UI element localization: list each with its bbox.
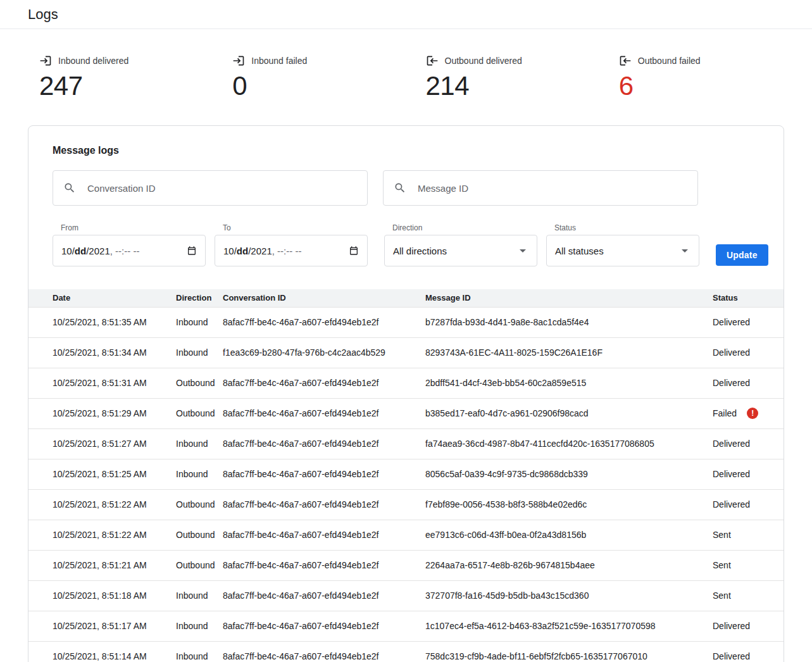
cell-status: Delivered ! — [713, 337, 784, 368]
cell-conversation-id: 8afac7ff-be4c-46a7-a607-efd494eb1e2f — [223, 580, 425, 611]
cell-conversation-id: 8afac7ff-be4c-46a7-a607-efd494eb1e2f — [223, 368, 425, 398]
cell-date: 10/25/2021, 8:51:34 AM — [28, 337, 176, 368]
cell-conversation-id: 8afac7ff-be4c-46a7-a607-efd494eb1e2f — [223, 398, 425, 428]
stats-row: Inbound delivered 247 Inbound failed 0 O… — [0, 29, 812, 101]
calendar-icon[interactable] — [187, 246, 197, 256]
outbound-arrow-icon — [619, 54, 632, 67]
conversation-id-input[interactable] — [86, 182, 357, 194]
cell-direction: Outbound — [176, 520, 223, 550]
cell-message-id: 8293743A-61EC-4A11-8025-159C26A1E16F — [425, 337, 713, 368]
column-header-date: Date — [28, 289, 176, 307]
status-text: Delivered — [713, 317, 750, 327]
to-date-input[interactable]: 10/dd/2021, --:-- -- — [215, 235, 368, 266]
cell-status: Failed ! — [713, 398, 784, 428]
status-text: Delivered — [713, 499, 750, 509]
search-icon — [63, 182, 76, 194]
status-select[interactable]: All statuses — [546, 235, 699, 266]
cell-status: Delivered ! — [713, 428, 784, 459]
cell-message-id: f7ebf89e-0056-4538-b8f3-588b4e02ed6c — [425, 489, 713, 520]
cell-direction: Inbound — [176, 580, 223, 611]
table-row[interactable]: 10/25/2021, 8:51:27 AM Inbound 8afac7ff-… — [28, 428, 784, 459]
direction-filter-group: Direction All directions — [384, 223, 537, 266]
status-filter-group: Status All statuses — [546, 223, 699, 266]
table-row[interactable]: 10/25/2021, 8:51:17 AM Inbound 8afac7ff-… — [28, 611, 784, 641]
cell-date: 10/25/2021, 8:51:22 AM — [28, 520, 176, 550]
cell-message-id: 8056c5af-0a39-4c9f-9735-dc9868dcb339 — [425, 459, 713, 489]
cell-date: 10/25/2021, 8:51:35 AM — [28, 307, 176, 337]
status-text: Delivered — [713, 651, 750, 661]
table-row[interactable]: 10/25/2021, 8:51:18 AM Inbound 8afac7ff-… — [28, 580, 784, 611]
cell-conversation-id: f1ea3c69-b280-47fa-976b-c4c2aac4b529 — [223, 337, 425, 368]
cell-status: Delivered ! — [713, 307, 784, 337]
status-text: Failed — [713, 408, 737, 418]
cell-direction: Outbound — [176, 368, 223, 398]
filter-row: From 10/dd/2021, --:-- -- To 10/dd/2021,… — [28, 206, 784, 266]
cell-conversation-id: 8afac7ff-be4c-46a7-a607-efd494eb1e2f — [223, 459, 425, 489]
cell-message-id: ee7913c6-c06d-43ff-b0ea-0f2a43d8156b — [425, 520, 713, 550]
direction-label: Direction — [392, 223, 537, 232]
date-time[interactable]: , --:-- -- — [272, 246, 302, 256]
cell-status: Sent ! — [713, 520, 784, 550]
table-row[interactable]: 10/25/2021, 8:51:35 AM Inbound 8afac7ff-… — [28, 307, 784, 337]
cell-date: 10/25/2021, 8:51:27 AM — [28, 428, 176, 459]
cell-message-id: b7287fda-b93d-4d41-9a8e-8ac1cda5f4e4 — [425, 307, 713, 337]
cell-message-id: 1c107ec4-ef5a-4612-b463-83a2f521c59e-163… — [425, 611, 713, 641]
stat-label: Inbound delivered — [58, 56, 128, 66]
cell-direction: Outbound — [176, 550, 223, 580]
update-button[interactable]: Update — [716, 244, 768, 266]
direction-select[interactable]: All directions — [384, 235, 537, 266]
cell-date: 10/25/2021, 8:51:31 AM — [28, 368, 176, 398]
cell-message-id: 2bdff541-d4cf-43eb-bb54-60c2a859e515 — [425, 368, 713, 398]
stat-label: Outbound failed — [638, 56, 701, 66]
cell-status: Delivered ! — [713, 641, 784, 662]
date-year[interactable]: /2021 — [248, 246, 272, 256]
cell-conversation-id: 8afac7ff-be4c-46a7-a607-efd494eb1e2f — [223, 520, 425, 550]
card-title: Message logs — [28, 126, 784, 156]
cell-status: Delivered ! — [713, 611, 784, 641]
stat-inbound-failed: Inbound failed 0 — [232, 54, 425, 101]
column-header-conversation-id: Conversation ID — [223, 289, 425, 307]
table-row[interactable]: 10/25/2021, 8:51:34 AM Inbound f1ea3c69-… — [28, 337, 784, 368]
status-label: Status — [554, 223, 699, 232]
cell-conversation-id: 8afac7ff-be4c-46a7-a607-efd494eb1e2f — [223, 611, 425, 641]
cell-direction: Inbound — [176, 641, 223, 662]
cell-date: 10/25/2021, 8:51:17 AM — [28, 611, 176, 641]
cell-direction: Inbound — [176, 337, 223, 368]
stat-value: 247 — [39, 71, 232, 101]
cell-status: Delivered ! — [713, 368, 784, 398]
table-row[interactable]: 10/25/2021, 8:51:22 AM Outbound 8afac7ff… — [28, 489, 784, 520]
cell-date: 10/25/2021, 8:51:21 AM — [28, 550, 176, 580]
date-time[interactable]: , --:-- -- — [110, 246, 140, 256]
date-day[interactable]: dd — [75, 246, 86, 256]
table-row[interactable]: 10/25/2021, 8:51:29 AM Outbound 8afac7ff… — [28, 398, 784, 428]
cell-message-id: fa74aea9-36cd-4987-8b47-411cecfd420c-163… — [425, 428, 713, 459]
table-row[interactable]: 10/25/2021, 8:51:21 AM Outbound 8afac7ff… — [28, 550, 784, 580]
date-month[interactable]: 10/ — [223, 246, 237, 256]
cell-status: Sent ! — [713, 550, 784, 580]
to-date-group: To 10/dd/2021, --:-- -- — [215, 223, 368, 266]
to-label: To — [223, 223, 368, 232]
from-date-input[interactable]: 10/dd/2021, --:-- -- — [53, 235, 206, 266]
date-year[interactable]: /2021 — [86, 246, 110, 256]
table-row[interactable]: 10/25/2021, 8:51:25 AM Inbound 8afac7ff-… — [28, 459, 784, 489]
error-icon[interactable]: ! — [747, 408, 758, 419]
date-month[interactable]: 10/ — [61, 246, 75, 256]
stat-value: 6 — [619, 71, 812, 101]
cell-date: 10/25/2021, 8:51:22 AM — [28, 489, 176, 520]
message-id-input[interactable] — [416, 182, 687, 194]
stat-value: 214 — [426, 71, 619, 101]
log-table-body: 10/25/2021, 8:51:35 AM Inbound 8afac7ff-… — [28, 307, 784, 662]
table-row[interactable]: 10/25/2021, 8:51:14 AM Inbound 8afac7ff-… — [28, 641, 784, 662]
date-day[interactable]: dd — [237, 246, 248, 256]
status-text: Delivered — [713, 621, 750, 631]
table-row[interactable]: 10/25/2021, 8:51:31 AM Outbound 8afac7ff… — [28, 368, 784, 398]
stat-value: 0 — [232, 71, 425, 101]
calendar-icon[interactable] — [349, 246, 359, 256]
page-title: Logs — [28, 6, 58, 23]
inbound-arrow-icon — [39, 54, 52, 67]
table-row[interactable]: 10/25/2021, 8:51:22 AM Outbound 8afac7ff… — [28, 520, 784, 550]
cell-message-id: 758dc319-cf9b-4ade-bf11-6ebf5f2fcb65-163… — [425, 641, 713, 662]
conversation-id-search — [53, 170, 368, 206]
column-header-message-id: Message ID — [425, 289, 713, 307]
status-text: Delivered — [713, 469, 750, 479]
